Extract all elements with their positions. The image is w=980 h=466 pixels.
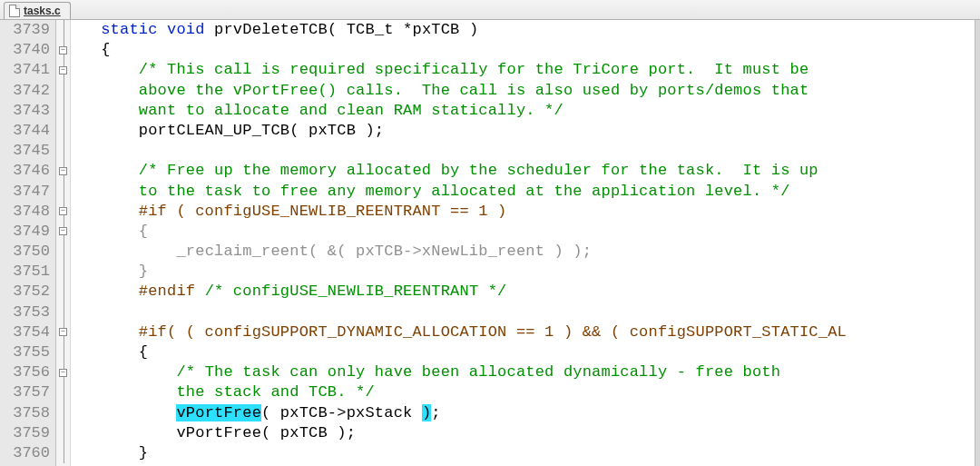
line-number: 3758 <box>0 403 50 423</box>
line-number: 3752 <box>0 282 50 302</box>
fold-toggle-icon[interactable]: − <box>59 369 67 377</box>
fold-toggle-icon[interactable]: − <box>59 66 67 74</box>
fold-cell[interactable]: − <box>56 202 70 222</box>
line-number: 3739 <box>0 20 50 40</box>
code-line[interactable]: vPortFree( pxTCB->pxStack ); <box>73 403 975 423</box>
line-number: 3753 <box>0 302 50 322</box>
fold-cell[interactable]: − <box>56 322 70 342</box>
file-tab-label: tasks.c <box>24 5 61 17</box>
fold-cell[interactable] <box>56 262 70 282</box>
code-line[interactable]: above the vPortFree() calls. The call is… <box>73 81 975 101</box>
code-editor[interactable]: 3739374037413742374337443745374637473748… <box>0 20 980 466</box>
line-number: 3745 <box>0 141 50 161</box>
line-number: 3748 <box>0 202 50 222</box>
code-line[interactable]: } <box>73 262 975 282</box>
fold-cell[interactable] <box>56 20 70 40</box>
fold-cell[interactable] <box>56 121 70 141</box>
code-line[interactable]: the stack and TCB. */ <box>73 382 975 402</box>
code-line[interactable]: to the task to free any memory allocated… <box>73 182 975 202</box>
code-line[interactable]: static void prvDeleteTCB( TCB_t *pxTCB ) <box>73 20 975 40</box>
line-number: 3757 <box>0 382 50 402</box>
code-line[interactable]: { <box>73 222 975 242</box>
file-tab[interactable]: tasks.c <box>4 2 71 19</box>
fold-cell[interactable] <box>56 182 70 202</box>
fold-cell[interactable] <box>56 101 70 121</box>
line-number: 3740 <box>0 40 50 60</box>
code-line[interactable]: _reclaim_reent( &( pxTCB->xNewLib_reent … <box>73 242 975 262</box>
code-line[interactable] <box>73 141 975 161</box>
code-line[interactable]: #if( ( configSUPPORT_DYNAMIC_ALLOCATION … <box>73 322 975 342</box>
fold-cell[interactable] <box>56 443 70 463</box>
line-number: 3747 <box>0 182 50 202</box>
line-number: 3754 <box>0 322 50 342</box>
fold-cell[interactable] <box>56 382 70 402</box>
line-number: 3746 <box>0 161 50 181</box>
code-line[interactable]: { <box>73 40 975 60</box>
fold-cell[interactable]: − <box>56 222 70 242</box>
fold-toggle-icon[interactable]: − <box>59 227 67 235</box>
line-number: 3750 <box>0 242 50 262</box>
line-number: 3744 <box>0 121 50 141</box>
tab-bar: tasks.c <box>0 0 980 20</box>
code-line[interactable]: /* This call is required specifically fo… <box>73 60 975 80</box>
code-line[interactable]: want to allocate and clean RAM staticall… <box>73 101 975 121</box>
fold-column[interactable]: −−−−−−− <box>56 20 71 466</box>
code-line[interactable]: #endif /* configUSE_NEWLIB_REENTRANT */ <box>73 282 975 302</box>
code-line[interactable]: /* The task can only have been allocated… <box>73 362 975 382</box>
fold-cell[interactable] <box>56 282 70 302</box>
line-number: 3742 <box>0 81 50 101</box>
code-line[interactable]: { <box>73 342 975 362</box>
fold-cell[interactable]: − <box>56 60 70 80</box>
code-area[interactable]: static void prvDeleteTCB( TCB_t *pxTCB )… <box>71 20 975 466</box>
fold-toggle-icon[interactable]: − <box>59 46 67 55</box>
line-number: 3749 <box>0 222 50 242</box>
fold-toggle-icon[interactable]: − <box>59 328 67 336</box>
fold-cell[interactable]: − <box>56 161 70 181</box>
fold-cell[interactable] <box>56 141 70 161</box>
line-number: 3759 <box>0 423 50 443</box>
file-icon <box>9 5 20 17</box>
code-line[interactable] <box>73 302 975 322</box>
code-line[interactable]: vPortFree( pxTCB ); <box>73 423 975 443</box>
line-number-gutter: 3739374037413742374337443745374637473748… <box>0 20 56 466</box>
line-number: 3741 <box>0 60 50 80</box>
fold-toggle-icon[interactable]: − <box>59 167 67 175</box>
line-number: 3760 <box>0 443 50 463</box>
code-line[interactable]: } <box>73 443 975 463</box>
fold-cell[interactable] <box>56 81 70 101</box>
fold-cell[interactable] <box>56 403 70 423</box>
line-number: 3743 <box>0 101 50 121</box>
fold-cell[interactable] <box>56 423 70 443</box>
fold-cell[interactable] <box>56 342 70 362</box>
line-number: 3751 <box>0 262 50 282</box>
fold-cell[interactable] <box>56 302 70 322</box>
code-line[interactable]: #if ( configUSE_NEWLIB_REENTRANT == 1 ) <box>73 202 975 222</box>
code-line[interactable]: portCLEAN_UP_TCB( pxTCB ); <box>73 121 975 141</box>
fold-cell[interactable]: − <box>56 40 70 60</box>
code-line[interactable]: /* Free up the memory allocated by the s… <box>73 161 975 181</box>
right-marker-bar <box>975 20 980 466</box>
line-number: 3755 <box>0 342 50 362</box>
fold-cell[interactable]: − <box>56 362 70 382</box>
fold-toggle-icon[interactable]: − <box>59 207 67 215</box>
fold-cell[interactable] <box>56 242 70 262</box>
line-number: 3756 <box>0 362 50 382</box>
